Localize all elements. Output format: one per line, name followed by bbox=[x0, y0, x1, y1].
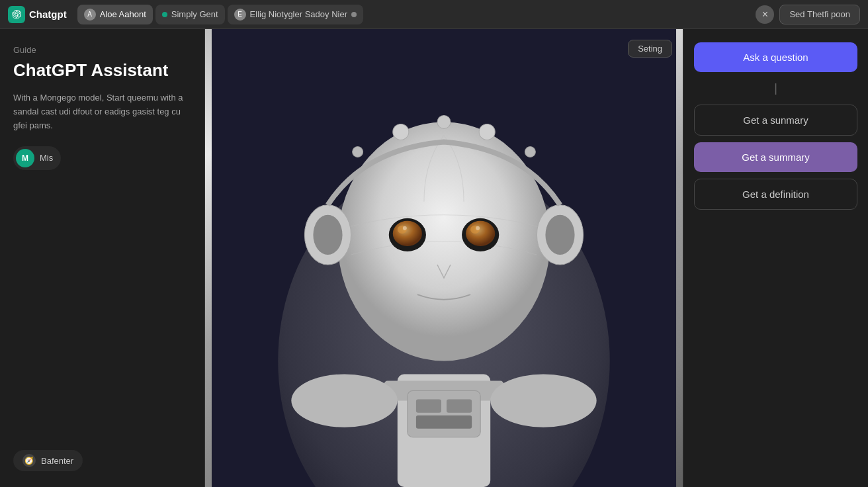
divider: | bbox=[694, 79, 857, 98]
svg-rect-27 bbox=[416, 416, 472, 429]
svg-point-21 bbox=[479, 124, 495, 140]
main-content: Guide ChatGPT Assistant With a Mongego m… bbox=[0, 29, 868, 487]
robot-svg bbox=[205, 29, 683, 487]
sidebar-user-label: Mis bbox=[40, 153, 53, 163]
sidebar-bottom: 🧭 Bafenter bbox=[13, 450, 191, 471]
svg-point-19 bbox=[393, 124, 409, 140]
tab-dot-3 bbox=[351, 12, 357, 17]
guide-label: Guide bbox=[13, 45, 191, 55]
tab-avatar-1: A bbox=[84, 9, 96, 21]
sidebar-description: With a Mongego model, Start queemu with … bbox=[13, 91, 191, 132]
explore-label: Bafenter bbox=[41, 456, 73, 466]
svg-point-14 bbox=[476, 226, 480, 230]
tab-avatar-3: E bbox=[234, 9, 246, 21]
svg-rect-24 bbox=[408, 391, 480, 437]
app-logo[interactable]: Chatgpt bbox=[8, 6, 67, 23]
send-button[interactable]: Sed Thetfi poon bbox=[779, 5, 860, 24]
sidebar: Guide ChatGPT Assistant With a Mongego m… bbox=[0, 29, 205, 487]
tab-simply-gent[interactable]: Simply Gent bbox=[155, 5, 225, 24]
tab-group: A Aloe Aahont Simply Gent E Ellig Niotyg… bbox=[77, 5, 751, 24]
ask-question-button[interactable]: Ask a question bbox=[694, 42, 857, 72]
svg-rect-25 bbox=[416, 400, 441, 413]
tab-label-2: Simply Gent bbox=[171, 9, 218, 19]
svg-point-16 bbox=[313, 215, 342, 255]
tab-label-1: Aloe Aahont bbox=[100, 9, 146, 19]
svg-rect-26 bbox=[447, 400, 472, 413]
settings-overlay: Seting bbox=[628, 40, 672, 58]
tab-ellig[interactable]: E Ellig Niotygler Sadoy Nier bbox=[228, 5, 363, 24]
get-definition-button[interactable]: Get a definition bbox=[694, 179, 857, 210]
svg-point-12 bbox=[466, 221, 495, 246]
sidebar-title: ChatGPT Assistant bbox=[13, 60, 191, 81]
topbar: Chatgpt A Aloe Aahont Simply Gent E Elli… bbox=[0, 0, 868, 29]
topbar-right: × Sed Thetfi poon bbox=[756, 5, 860, 24]
settings-button[interactable]: Seting bbox=[628, 40, 672, 58]
svg-point-5 bbox=[490, 375, 596, 427]
center-image-area: Seting bbox=[205, 29, 683, 487]
svg-point-4 bbox=[291, 375, 397, 427]
svg-point-10 bbox=[403, 226, 407, 230]
svg-point-8 bbox=[393, 221, 422, 246]
tab-aloe-aahont[interactable]: A Aloe Aahont bbox=[77, 5, 153, 24]
close-button[interactable]: × bbox=[756, 5, 774, 24]
svg-point-22 bbox=[353, 147, 363, 157]
get-sunmary-button[interactable]: Get a sunmary bbox=[694, 105, 857, 136]
right-panel: Ask a question | Get a sunmary Get a sum… bbox=[683, 29, 868, 487]
tab-dot-2 bbox=[162, 12, 167, 17]
svg-point-20 bbox=[437, 115, 451, 128]
robot-image bbox=[205, 29, 683, 487]
svg-point-23 bbox=[525, 147, 535, 157]
get-summary-button[interactable]: Get a summary bbox=[694, 142, 857, 172]
sidebar-user-chip[interactable]: M Mis bbox=[13, 146, 61, 170]
explore-icon: 🧭 bbox=[22, 454, 36, 467]
tab-label-3: Ellig Niotygler Sadoy Nier bbox=[250, 9, 347, 19]
logo-icon bbox=[8, 6, 25, 23]
app-name: Chatgpt bbox=[29, 9, 67, 20]
svg-point-18 bbox=[545, 215, 574, 255]
explore-button[interactable]: 🧭 Bafenter bbox=[13, 450, 83, 471]
sidebar-user-avatar: M bbox=[16, 149, 34, 167]
